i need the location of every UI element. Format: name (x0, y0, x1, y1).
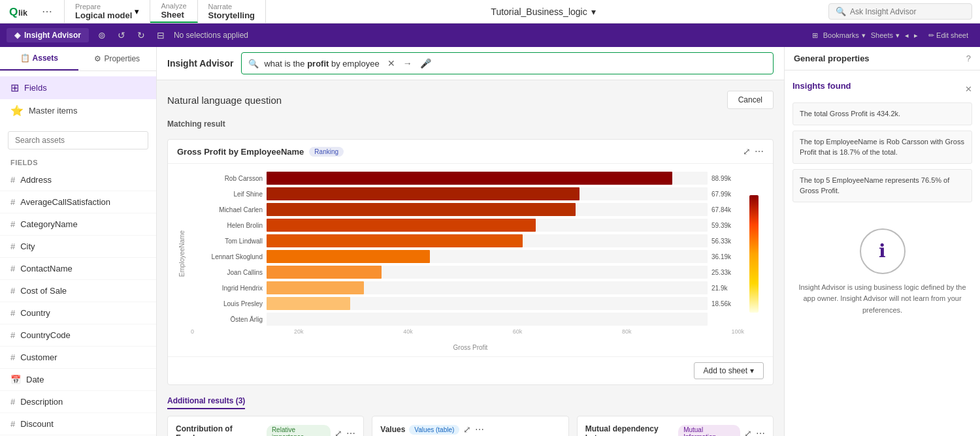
field-icon: # (10, 330, 15, 340)
chart-card-footer: Add to sheet ▾ (168, 356, 773, 384)
app-menu-dots[interactable]: ⋯ (38, 5, 56, 18)
bar-name: Michael Carlen (191, 206, 263, 213)
expand-mini-2[interactable]: ⤢ (744, 428, 752, 436)
chart-card-header: Gross Profit by EmployeeName Ranking ⤢ ⋯ (168, 140, 773, 164)
field-icon: # (10, 175, 15, 185)
master-items-icon: ⭐ (10, 104, 24, 117)
field-averagecallsatisfaction[interactable]: #AverageCallSatisfaction (0, 191, 156, 213)
insights-found-title: Insights found (792, 81, 851, 91)
bar-name: Rob Carsson (191, 175, 263, 182)
bar-track (267, 250, 708, 263)
back-icon[interactable]: ↺ (115, 27, 128, 43)
bar-name: Leif Shine (191, 191, 263, 198)
fields-section-title: Fields (0, 153, 156, 169)
color-scale-bar (749, 195, 759, 313)
field-categoryname[interactable]: #CategoryName (0, 213, 156, 236)
main-chart-card: Gross Profit by EmployeeName Ranking ⤢ ⋯… (167, 139, 774, 385)
analyze-label: Analyze (161, 2, 186, 10)
additional-card-2: Mutual dependency bet... Mutual Informat… (577, 416, 774, 436)
content-area: Insight Advisor 🔍 what is the profit by … (157, 47, 784, 436)
selections-icon[interactable]: ⊟ (154, 27, 167, 43)
app-title[interactable]: Tutorial_Business_logic ▾ (491, 7, 595, 17)
ia-clear-btn[interactable]: ✕ (385, 57, 398, 70)
prepare-chevron: ▾ (135, 7, 139, 16)
main-layout: 📋 Assets ⚙ Properties ⊞ Fields ⭐ Master … (0, 47, 980, 436)
bar-value: 67.84k (711, 206, 744, 213)
analyze-section[interactable]: Analyze Sheet (150, 0, 197, 23)
assets-icon: 📋 (20, 54, 30, 63)
logo-area: Q lik ⋯ (0, 0, 65, 23)
ia-search-bar[interactable]: 🔍 what is the profit by employee ✕ → 🎤 (241, 52, 774, 74)
field-city[interactable]: #City (0, 236, 156, 258)
field-date[interactable]: 📅Date (0, 369, 156, 391)
insight-advisor-search[interactable]: 🔍 (828, 3, 972, 20)
prepare-section[interactable]: Prepare Logical model ▾ (65, 0, 150, 23)
y-axis-label: EmployeeName (178, 230, 186, 277)
top-nav-right: 🔍 (821, 0, 980, 23)
expand-chart-btn[interactable]: ⤢ (743, 146, 751, 157)
sidebar-item-master-items[interactable]: ⭐ Master items (0, 99, 156, 122)
add-to-sheet-btn[interactable]: Add to sheet ▾ (694, 362, 764, 379)
field-description[interactable]: #Description (0, 391, 156, 413)
bar-row: Tom Lindwall 56.33k (191, 234, 744, 247)
field-countrycode[interactable]: #CountryCode (0, 324, 156, 347)
nav-prev-btn[interactable]: ◂ (905, 31, 909, 40)
help-icon[interactable]: ? (966, 54, 971, 63)
field-discount[interactable]: #Discount (0, 413, 156, 435)
bar-name: Ingrid Hendrix (191, 285, 263, 292)
chart-more-btn[interactable]: ⋯ (755, 146, 764, 157)
no-selections-text: No selections applied (174, 31, 806, 40)
bookmarks-btn[interactable]: Bookmarks ▾ (823, 31, 866, 40)
search-assets-input[interactable] (8, 131, 148, 149)
bar-chart-area: EmployeeName Rob Carsson 88.99k Leif Shi… (168, 164, 773, 341)
forward-icon[interactable]: ↻ (135, 27, 148, 43)
tab-assets[interactable]: 📋 Assets (0, 47, 78, 70)
right-panel-header: General properties ? (785, 47, 980, 70)
right-panel-title: General properties (794, 54, 870, 63)
nlq-title: Natural language question (167, 95, 282, 106)
tab-properties[interactable]: ⚙ Properties (78, 47, 157, 70)
narrate-section[interactable]: Narrate Storytelling (198, 0, 267, 23)
close-insights-btn[interactable]: ✕ (965, 84, 972, 94)
field-contactname[interactable]: #ContactName (0, 258, 156, 280)
bar-row: Leif Shine 67.99k (191, 187, 744, 200)
bar-track (267, 203, 708, 216)
edit-sheet-btn[interactable]: ✏ Edit sheet (923, 29, 973, 42)
bar-track (267, 281, 708, 294)
second-bar-right: ⊞ Bookmarks ▾ Sheets ▾ ◂ ▸ ✏ Edit sheet (812, 29, 973, 42)
bar-fill (267, 297, 350, 310)
insight-advisor-tab[interactable]: ◈ Insight Advisor (7, 28, 89, 42)
bar-value: 59.39k (711, 222, 744, 229)
bar-chart-main: Rob Carsson 88.99k Leif Shine 67.99k Mic… (191, 172, 744, 336)
smart-search-icon[interactable]: ⊚ (95, 27, 108, 43)
more-mini-0[interactable]: ⋯ (346, 428, 355, 436)
grid-view-btn[interactable]: ⊞ (812, 31, 818, 40)
expand-mini-0[interactable]: ⤢ (335, 428, 342, 436)
nav-next-btn[interactable]: ▸ (914, 31, 918, 40)
search-icon: 🔍 (836, 7, 846, 16)
more-mini-1[interactable]: ⋯ (475, 424, 484, 435)
app-title-center: Tutorial_Business_logic ▾ (266, 0, 821, 23)
ia-mic-btn[interactable]: 🎤 (417, 57, 434, 70)
ia-submit-btn[interactable]: → (400, 57, 415, 70)
bar-name: Tom Lindwall (191, 238, 263, 245)
bar-row: Michael Carlen 67.84k (191, 203, 744, 216)
insight-search-input[interactable] (850, 7, 965, 16)
field-address[interactable]: #Address (0, 169, 156, 191)
cancel-button[interactable]: Cancel (727, 91, 774, 109)
narrate-title: Storytelling (208, 10, 255, 20)
insights-found-box: Insights found ✕ The total Gross Profit … (792, 78, 972, 208)
sidebar-item-fields[interactable]: ⊞ Fields (0, 76, 156, 99)
more-mini-2[interactable]: ⋯ (756, 428, 765, 436)
bar-name: Louis Presley (191, 300, 263, 307)
bar-fill (267, 266, 382, 279)
field-costofsale[interactable]: #Cost of Sale (0, 280, 156, 302)
sheets-btn[interactable]: Sheets ▾ (871, 31, 900, 40)
expand-mini-1[interactable]: ⤢ (463, 424, 471, 435)
svg-text:lik: lik (18, 8, 27, 18)
bar-track (267, 219, 708, 232)
field-country[interactable]: #Country (0, 302, 156, 324)
field-customer[interactable]: #Customer (0, 347, 156, 369)
right-panel: General properties ? Insights found ✕ Th… (784, 47, 980, 436)
bar-value: 18.56k (711, 300, 744, 307)
